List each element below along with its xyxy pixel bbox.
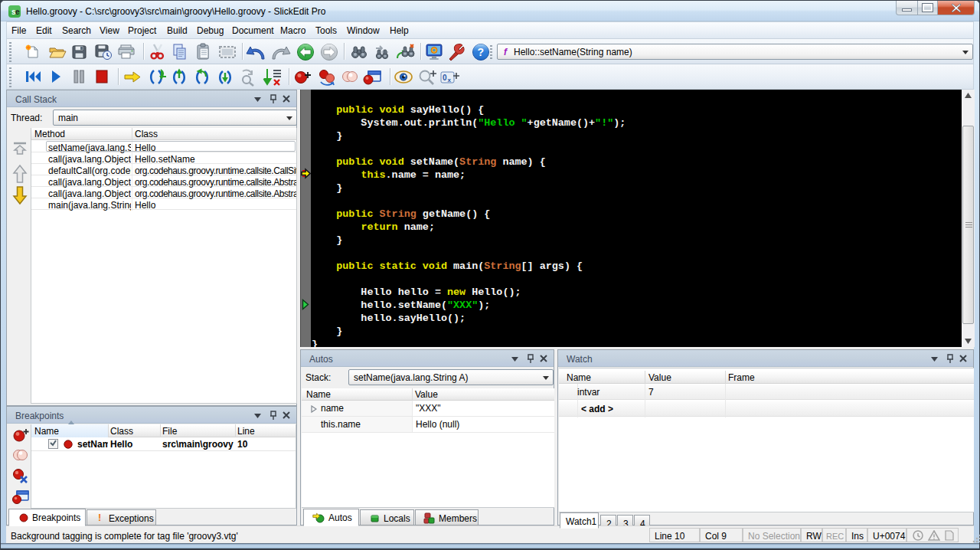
svg-text:0: 0 <box>443 74 447 82</box>
svg-text:e: e <box>15 8 20 16</box>
svg-text:?: ? <box>478 46 485 58</box>
svg-text:x: x <box>448 77 452 83</box>
